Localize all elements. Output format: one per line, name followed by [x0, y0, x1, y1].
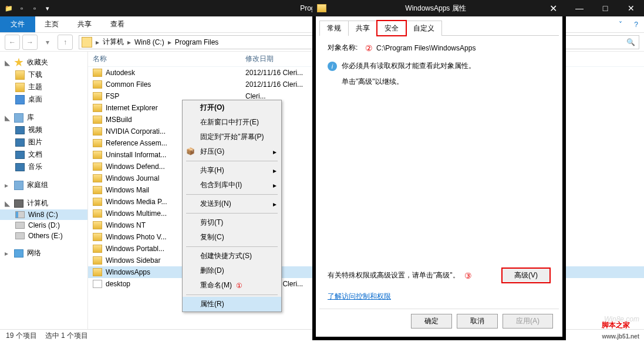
folder-icon: [93, 80, 102, 89]
sidebar-drive-c[interactable]: Win8 (C:): [0, 209, 87, 220]
tab-sharing[interactable]: 共享: [348, 21, 377, 36]
menu-share[interactable]: 共享(H)▸: [183, 163, 281, 178]
sidebar-item-desktop[interactable]: 桌面: [0, 93, 87, 106]
window-controls: — □ ✕: [567, 0, 644, 16]
folder-icon: [15, 83, 25, 92]
help-icon[interactable]: ?: [628, 16, 644, 32]
menu-create-shortcut[interactable]: 创建快捷方式(S): [183, 249, 281, 263]
document-icon: [15, 151, 25, 159]
menu-delete[interactable]: 删除(D): [183, 263, 281, 278]
tab-general[interactable]: 常规: [319, 21, 349, 36]
sidebar-computer[interactable]: ◣计算机: [0, 197, 87, 209]
menu-cut[interactable]: 剪切(T): [183, 215, 281, 230]
breadcrumb-item[interactable]: 计算机: [102, 37, 125, 47]
sidebar-libraries[interactable]: ◣库: [0, 111, 87, 124]
status-item-count: 19 个项目: [6, 331, 37, 341]
image-icon: [15, 138, 25, 147]
folder-icon: [93, 221, 102, 229]
ribbon-toggle-icon[interactable]: ˅: [613, 16, 628, 32]
library-icon: [14, 113, 23, 123]
context-menu: 打开(O) 在新窗口中打开(E) 固定到"开始"屏幕(P) 📦好压(G)▸ 共享…: [182, 100, 282, 312]
menu-open-new-window[interactable]: 在新窗口中打开(E): [183, 115, 281, 130]
menu-separator: [186, 161, 278, 161]
drive-icon: [15, 232, 25, 239]
chevron-down-icon: ◣: [5, 59, 11, 67]
menu-copy[interactable]: 复制(C): [183, 230, 281, 245]
breadcrumb-item[interactable]: Program Files: [174, 38, 220, 46]
sidebar-item-documents[interactable]: 文档: [0, 148, 87, 161]
breadcrumb-item[interactable]: Win8 (C:): [133, 38, 166, 46]
folder-icon: [93, 245, 102, 253]
sidebar-item-downloads[interactable]: 下载: [0, 69, 87, 81]
apply-button[interactable]: 应用(A): [503, 314, 553, 329]
file-tab[interactable]: 文件: [0, 16, 35, 32]
history-dropdown-icon[interactable]: ▾: [40, 35, 55, 50]
chevron-right-icon: ▸: [5, 249, 11, 258]
folder-icon: [93, 198, 102, 206]
star-icon: [14, 58, 23, 67]
tab-security[interactable]: 安全: [377, 21, 406, 36]
sidebar-drive-e[interactable]: Others (E:): [0, 231, 87, 241]
menu-haozip[interactable]: 📦好压(G)▸: [183, 144, 281, 159]
column-name[interactable]: 名称: [93, 54, 245, 64]
qa-icon[interactable]: ▫: [16, 3, 27, 13]
maximize-button[interactable]: □: [592, 0, 618, 16]
chevron-right-icon[interactable]: ▸: [93, 38, 102, 46]
sidebar-item-themes[interactable]: 主题: [0, 81, 87, 93]
tab-customize[interactable]: 自定义: [406, 21, 442, 36]
file-name: Common Files: [106, 80, 245, 89]
properties-dialog: WindowsApps 属性 ✕ 常规 共享 安全 自定义 对象名称: ② C:…: [312, 0, 566, 340]
sidebar-item-music[interactable]: 音乐: [0, 161, 87, 173]
file-name: Autodesk: [106, 69, 245, 77]
sidebar-item-videos[interactable]: 视频: [0, 124, 87, 136]
dialog-titlebar: WindowsApps 属性 ✕: [312, 0, 566, 16]
sidebar-network[interactable]: ▸网络: [0, 247, 87, 259]
menu-properties[interactable]: 属性(R): [183, 297, 281, 311]
folder-icon: [93, 209, 102, 218]
back-button[interactable]: ←: [5, 35, 20, 50]
annotation-badge-2: ②: [365, 43, 373, 53]
qa-icon[interactable]: ▫: [29, 3, 40, 13]
quick-access-toolbar: 📁 ▫ ▫ ▾: [0, 3, 56, 13]
file-name: FSP: [106, 92, 245, 100]
learn-more-link[interactable]: 了解访问控制和权限: [328, 292, 391, 300]
advanced-hint: 有关特殊权限或高级设置，请单击"高级"。: [328, 270, 460, 280]
cancel-button[interactable]: 取消: [457, 314, 498, 329]
tab-content: 对象名称: ② C:\Program Files\WindowsApps i 你…: [319, 36, 559, 309]
file-date: Cleri...: [245, 92, 266, 100]
dialog-title: WindowsApps 属性: [331, 4, 540, 13]
menu-include-library[interactable]: 包含到库中(I)▸: [183, 178, 281, 192]
forward-button[interactable]: →: [22, 35, 38, 50]
search-icon[interactable]: 🔍: [626, 38, 635, 46]
menu-rename[interactable]: 重命名(M) ①: [183, 278, 281, 293]
property-tabs: 常规 共享 安全 自定义: [319, 20, 559, 36]
chevron-down-icon: ◣: [5, 199, 11, 208]
minimize-button[interactable]: —: [567, 0, 592, 16]
chevron-right-icon: ▸: [5, 181, 11, 189]
ok-button[interactable]: 确定: [411, 314, 452, 329]
file-icon: [93, 280, 102, 288]
sidebar-favorites[interactable]: ◣收藏夹: [0, 56, 87, 69]
drive-icon: [15, 222, 25, 229]
sidebar-drive-d[interactable]: Cleris (D:): [0, 220, 87, 231]
tab-share[interactable]: 共享: [68, 16, 101, 32]
object-path: C:\Program Files\WindowsApps: [376, 44, 476, 52]
file-date: 2012/11/16 Cleri...: [245, 69, 303, 77]
object-name-label: 对象名称:: [328, 43, 365, 53]
drive-icon: [15, 211, 25, 218]
tab-view[interactable]: 查看: [101, 16, 134, 32]
sidebar-homegroup[interactable]: ▸家庭组: [0, 179, 87, 191]
chevron-right-icon[interactable]: ▸: [125, 38, 133, 46]
sidebar-item-pictures[interactable]: 图片: [0, 136, 87, 148]
menu-pin-start[interactable]: 固定到"开始"屏幕(P): [183, 130, 281, 144]
tab-home[interactable]: 主页: [35, 16, 68, 32]
menu-send-to[interactable]: 发送到(N)▸: [183, 197, 281, 211]
sidebar: ◣收藏夹 下载 主题 桌面 ◣库 视频 图片 文档 音乐 ▸家庭组 ◣计算机 W…: [0, 52, 88, 329]
qa-dropdown-icon[interactable]: ▾: [42, 3, 53, 13]
chevron-right-icon[interactable]: ▸: [166, 38, 174, 46]
close-button[interactable]: ✕: [540, 0, 566, 16]
up-button[interactable]: ↑: [58, 35, 73, 50]
advanced-button[interactable]: 高级(V): [501, 267, 551, 283]
menu-open[interactable]: 打开(O): [183, 100, 281, 115]
close-button[interactable]: ✕: [618, 0, 644, 16]
